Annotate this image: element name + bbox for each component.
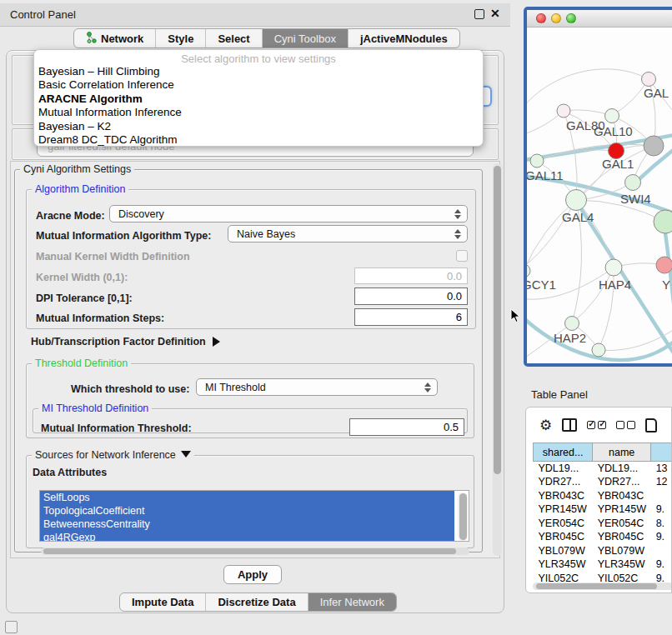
mi-steps-label: Mutual Information Steps: — [36, 312, 164, 324]
n-gray[interactable] — [644, 136, 664, 156]
stepper-icon — [451, 229, 464, 239]
node-attribute-table: shared...name YDL19...YDL19...13YDR27...… — [533, 442, 672, 585]
table-row[interactable]: YBR045CYBR045C9. — [534, 530, 672, 544]
attribute-item-selected[interactable]: gal4RGexp — [40, 531, 454, 542]
deselect-all-checkboxes-icon[interactable] — [616, 421, 635, 429]
n-pink-top[interactable] — [642, 72, 656, 87]
gear-icon[interactable]: ⚙ — [539, 417, 552, 434]
which-threshold-value: MI Threshold — [205, 382, 421, 393]
network-graph: GALGAL80GAL10GAL1GAL11SWI4GAL4GCY1HAP4YH… — [527, 28, 672, 363]
network-canvas[interactable]: GALGAL80GAL10GAL1GAL11SWI4GAL4GCY1HAP4YH… — [527, 28, 672, 363]
tab-style[interactable]: Style — [156, 29, 206, 48]
minimized-panel-icon[interactable] — [5, 621, 18, 633]
algorithm-dropdown-placeholder: Select algorithm to view settings — [34, 52, 483, 65]
which-threshold-combobox[interactable]: MI Threshold — [196, 378, 438, 396]
table-row[interactable]: YBL079WYBL079W — [534, 544, 672, 558]
table-horizontal-scrollbar[interactable] — [533, 582, 672, 590]
node-label-gcy1: GCY1 — [527, 278, 556, 292]
minimize-traffic-icon[interactable] — [551, 13, 561, 23]
table-row[interactable]: YDR27...YDR27...12 — [534, 475, 672, 489]
table-row[interactable]: YBR043CYBR043C — [534, 489, 672, 503]
table-cell: 9. — [651, 558, 672, 572]
mi-algorithm-type-combobox[interactable]: Naive Bayes — [228, 225, 468, 242]
table-cell — [651, 544, 672, 558]
n-big-right[interactable] — [654, 210, 672, 233]
column-header-shared...[interactable]: shared... — [534, 443, 593, 462]
n-gcy1[interactable] — [527, 264, 530, 278]
n-hap4[interactable] — [605, 259, 622, 276]
control-panel-title: Control Panel — [10, 8, 76, 21]
table-cell: YLR345W — [534, 558, 593, 572]
bottom-tab-impute-data[interactable]: Impute Data — [120, 593, 206, 611]
n-bottom[interactable] — [592, 343, 605, 357]
n-gal80[interactable] — [557, 104, 570, 118]
column-header-name[interactable]: name — [593, 443, 651, 462]
table-row[interactable]: YDL19...YDL19...13 — [534, 462, 672, 476]
n-gal4[interactable] — [566, 190, 587, 211]
aracne-mode-combobox[interactable]: Discovery — [109, 205, 468, 222]
sources-title[interactable]: Sources for Network Inference — [32, 449, 194, 461]
table-cell: YBL079W — [534, 544, 593, 558]
kernel-width-field[interactable]: 0.0 — [354, 268, 468, 284]
attribute-item-selected[interactable]: SelfLoops — [40, 491, 454, 504]
table-panel-title: Table Panel — [531, 388, 588, 401]
node-label-y: Y — [662, 278, 670, 292]
algorithm-option[interactable]: Bayesian – Hill Climbing — [34, 65, 483, 78]
bottom-tab-infer-network[interactable]: Infer Network — [308, 593, 396, 611]
kernel-width-label: Kernel Width (0,1): — [36, 272, 128, 283]
table-cell: YDR27... — [534, 475, 593, 489]
table-row[interactable]: YLR345WYLR345W9. — [534, 558, 672, 572]
attributes-horizontal-scrollbar[interactable] — [41, 548, 469, 555]
table-row[interactable]: YER054CYER054C8. — [534, 517, 672, 531]
algorithm-option[interactable]: ARACNE Algorithm — [34, 92, 483, 106]
mi-algorithm-type-value: Naive Bayes — [237, 228, 451, 240]
algorithm-option[interactable]: Bayesian – K2 — [34, 120, 483, 133]
manual-kernel-width-checkbox[interactable] — [456, 250, 468, 262]
n-hap2[interactable] — [565, 317, 579, 331]
n-gal10[interactable] — [605, 109, 619, 123]
mi-threshold-definition-title: MI Threshold Definition — [38, 402, 152, 414]
table-cell: YER054C — [593, 517, 651, 531]
attribute-item-selected[interactable]: TopologicalCoefficient — [40, 504, 454, 518]
table-cell: YDR27... — [593, 475, 651, 489]
bottom-tab-discretize-data[interactable]: Discretize Data — [206, 593, 308, 611]
table-cell: YBR043C — [593, 489, 651, 503]
node-label-hap4: HAP4 — [599, 278, 631, 292]
table-cell: YBR045C — [593, 530, 651, 544]
close-icon[interactable]: ✕ — [490, 7, 500, 20]
algorithm-option[interactable]: Mutual Information Inference — [34, 106, 483, 119]
settings-vertical-scrollbar[interactable] — [493, 163, 502, 556]
dpi-tolerance-field[interactable]: 0.0 — [354, 288, 468, 305]
stepper-icon — [421, 382, 434, 392]
control-panel-titlebar — [0, 3, 510, 27]
zoom-traffic-icon[interactable] — [566, 13, 576, 23]
column-header-hidden[interactable] — [651, 443, 672, 462]
attribute-item-selected[interactable]: BetweennessCentrality — [40, 518, 454, 531]
split-columns-icon[interactable] — [562, 418, 577, 432]
control-panel: Control Panel ✕ NetworkStyleSelectCyni T… — [0, 3, 510, 620]
data-attributes-list[interactable]: SelfLoopsTopologicalCoefficientBetweenne… — [39, 490, 469, 542]
algorithm-option[interactable]: Dream8 DC_TDC Algorithm — [34, 133, 483, 147]
table-row[interactable]: YPR145WYPR145W9. — [534, 502, 672, 517]
document-icon[interactable] — [645, 418, 657, 432]
network-window-titlebar[interactable] — [527, 10, 672, 28]
algorithm-option[interactable]: Basic Correlation Inference — [34, 78, 483, 92]
mi-steps-field[interactable]: 6 — [354, 308, 468, 326]
hub-definition-toggle[interactable]: Hub/Transcription Factor Definition — [31, 336, 220, 348]
apply-button[interactable]: Apply — [223, 565, 282, 584]
mi-threshold-field[interactable]: 0.5 — [349, 418, 464, 436]
table-cell: YER054C — [534, 517, 593, 531]
expanded-arrow-icon — [181, 451, 191, 458]
network-edge[interactable] — [527, 69, 649, 111]
close-traffic-icon[interactable] — [536, 13, 546, 23]
float-window-icon[interactable] — [474, 9, 484, 19]
select-all-checkboxes-icon[interactable] — [587, 421, 606, 429]
attributes-vertical-scrollbar[interactable] — [458, 492, 468, 541]
tab-jactivemnodules[interactable]: jActiveMNodules — [349, 29, 459, 48]
n-salmon[interactable] — [656, 257, 672, 273]
tab-network[interactable]: Network — [74, 29, 156, 48]
n-gal11[interactable] — [530, 154, 544, 168]
tab-cyni-toolbox[interactable]: Cyni Toolbox — [263, 29, 349, 48]
n-swi4[interactable] — [625, 175, 641, 191]
tab-select[interactable]: Select — [206, 29, 262, 48]
